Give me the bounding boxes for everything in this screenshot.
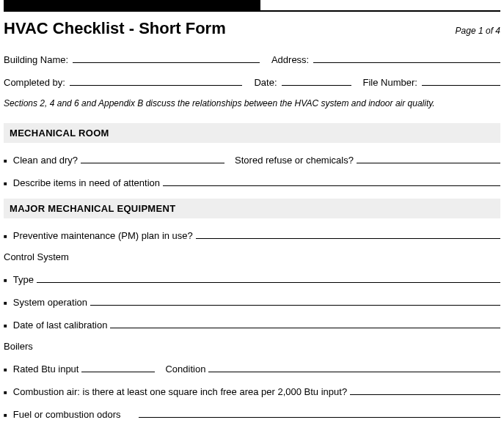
square-bullet-icon: ■ xyxy=(4,277,7,284)
combustion-field[interactable] xyxy=(350,385,500,395)
item-system-op-row: ■ System operation xyxy=(4,295,500,308)
square-bullet-icon: ■ xyxy=(4,300,7,306)
note-text: Sections 2, 4 and 6 and Appendix B discu… xyxy=(4,98,500,108)
item-describe-row: ■ Describe items in need of attention xyxy=(4,176,500,188)
condition-field[interactable] xyxy=(208,362,500,372)
completed-by-label: Completed by: xyxy=(4,77,65,88)
clean-dry-field[interactable] xyxy=(81,153,224,163)
address-label: Address: xyxy=(271,54,309,65)
field-row-1: Building Name: Address: xyxy=(4,53,500,65)
calibration-label: Date of last calibration xyxy=(13,320,108,331)
item-btu-row: ■ Rated Btu input Condition xyxy=(4,362,500,375)
system-op-label: System operation xyxy=(13,297,87,308)
type-field[interactable] xyxy=(37,273,500,283)
date-field[interactable] xyxy=(282,75,351,86)
item-pm-plan-row: ■ Preventive maintenance (PM) plan in us… xyxy=(4,229,500,241)
item-type-row: ■ Type xyxy=(4,273,500,285)
system-op-field[interactable] xyxy=(90,295,500,306)
combustion-label: Combustion air: is there at least one sq… xyxy=(13,386,347,397)
header-row: HVAC Checklist - Short Form Page 1 of 4 xyxy=(4,19,500,38)
btu-field[interactable] xyxy=(81,362,155,372)
address-field[interactable] xyxy=(313,53,500,63)
calibration-field[interactable] xyxy=(110,318,500,328)
square-bullet-icon: ■ xyxy=(4,412,7,418)
page-number: Page 1 of 4 xyxy=(456,26,500,36)
page-container: HVAC Checklist - Short Form Page 1 of 4 … xyxy=(0,0,504,420)
btu-label: Rated Btu input xyxy=(13,364,79,375)
describe-field[interactable] xyxy=(163,176,500,186)
building-name-field[interactable] xyxy=(73,53,260,63)
field-row-2: Completed by: Date: File Number: xyxy=(4,75,500,88)
square-bullet-icon: ■ xyxy=(4,233,7,240)
pm-plan-label: Preventive maintenance (PM) plan in use? xyxy=(13,230,193,241)
file-number-field[interactable] xyxy=(422,75,500,86)
square-bullet-icon: ■ xyxy=(4,322,7,329)
item-clean-dry-row: ■ Clean and dry? Stored refuse or chemic… xyxy=(4,153,500,166)
control-system-heading: Control System xyxy=(4,251,500,262)
boilers-heading: Boilers xyxy=(4,341,500,352)
square-bullet-icon: ■ xyxy=(4,158,7,164)
date-label: Date: xyxy=(254,77,277,88)
stored-refuse-field[interactable] xyxy=(357,153,500,163)
square-bullet-icon: ■ xyxy=(4,180,7,187)
stored-refuse-label: Stored refuse or chemicals? xyxy=(235,155,354,166)
type-label: Type xyxy=(13,274,34,285)
pm-plan-field[interactable] xyxy=(196,229,500,239)
square-bullet-icon: ■ xyxy=(4,366,7,373)
item-combustion-row: ■ Combustion air: is there at least one … xyxy=(4,385,500,397)
item-calibration-row: ■ Date of last calibration xyxy=(4,318,500,331)
clean-dry-label: Clean and dry? xyxy=(13,155,78,166)
fuel-odors-label: Fuel or combustion odors xyxy=(13,409,121,420)
top-border-line xyxy=(4,10,500,12)
section-major-equipment: MAJOR MECHANICAL EQUIPMENT xyxy=(4,199,500,218)
describe-label: Describe items in need of attention xyxy=(13,177,160,188)
square-bullet-icon: ■ xyxy=(4,389,7,396)
fuel-odors-field[interactable] xyxy=(139,407,500,418)
building-name-label: Building Name: xyxy=(4,54,68,65)
section-mechanical-room: MECHANICAL ROOM xyxy=(4,123,500,143)
condition-label: Condition xyxy=(165,364,205,375)
file-number-label: File Number: xyxy=(363,77,417,88)
top-black-bar xyxy=(4,0,260,10)
page-title: HVAC Checklist - Short Form xyxy=(4,19,226,38)
completed-by-field[interactable] xyxy=(70,75,243,86)
item-fuel-odors-row: ■ Fuel or combustion odors xyxy=(4,407,500,420)
